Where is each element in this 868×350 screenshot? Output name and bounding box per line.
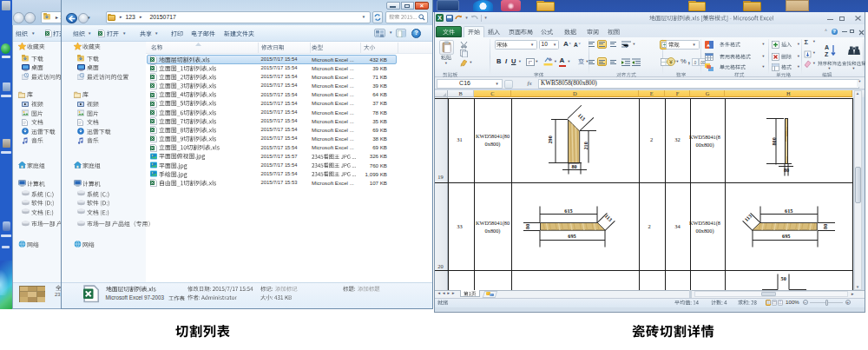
svg-text:¥: ¥ — [669, 59, 673, 65]
svg-text:A: A — [825, 44, 829, 50]
svg-text:Z: Z — [825, 51, 829, 57]
